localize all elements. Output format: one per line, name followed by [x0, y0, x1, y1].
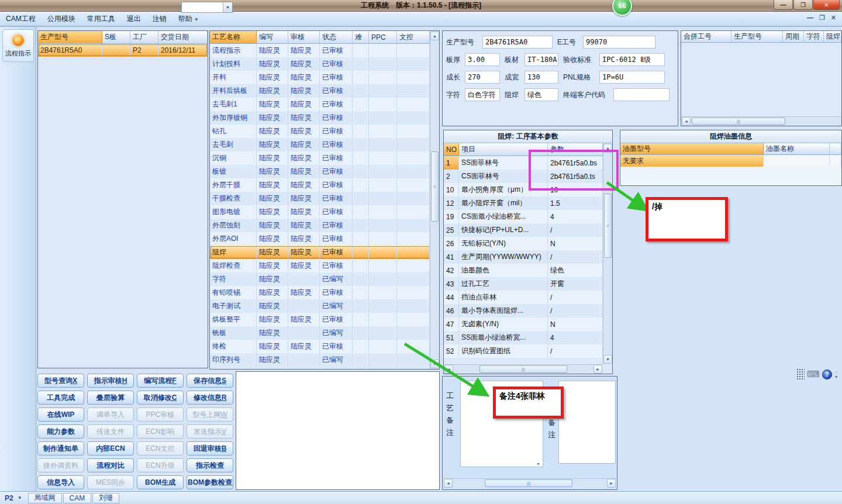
column-header[interactable]: 合拼工号	[681, 31, 731, 43]
field-value[interactable]: 270	[465, 71, 500, 84]
column-header[interactable]: 状态	[320, 31, 353, 44]
action-button-18[interactable]: 内部ECN	[87, 441, 134, 455]
action-button-27[interactable]: BOM生成	[137, 475, 184, 489]
process-table-vscrollbar[interactable]: ▲ ≡ ▼	[430, 31, 439, 369]
table-row[interactable]: 外层蚀刻陆应灵陆应灵已审核	[210, 219, 431, 232]
action-button-28[interactable]: BOM参数检查	[187, 475, 233, 489]
field-value[interactable]: IT-180A	[524, 53, 558, 66]
keyboard-icon[interactable]: ⌨	[807, 369, 820, 379]
table-row[interactable]: 终检陆应灵陆应灵已审核	[210, 340, 431, 353]
restore-button[interactable]: ❐	[793, 0, 813, 10]
table-row[interactable]: 板镀陆应灵陆应灵已审核	[210, 165, 431, 178]
field-value[interactable]: 白色字符	[465, 88, 500, 101]
table-row[interactable]: 流程指示陆应灵陆应灵已审核	[210, 44, 431, 57]
table-row[interactable]: 46最小导体表面阻焊.../	[444, 304, 603, 317]
table-row[interactable]: 41生产周期(YYWW/WWYY)/	[444, 250, 603, 264]
scroll-thumb[interactable]: ≡	[431, 151, 439, 222]
mdi-minimize-icon[interactable]: —	[807, 14, 813, 22]
close-button[interactable]: ✕	[813, 0, 840, 10]
table-row[interactable]: 阻焊陆应灵陆应灵已审核	[210, 246, 431, 259]
menu-item-2[interactable]: 公用模块	[42, 12, 81, 26]
table-row[interactable]: 47无卤素(Y/N)N	[444, 317, 603, 331]
column-header[interactable]: 阻焊	[824, 31, 841, 43]
action-button-13[interactable]: 能力参数	[37, 424, 84, 439]
column-header[interactable]: 审核	[288, 31, 320, 44]
action-button-4[interactable]: 保存信息S	[187, 374, 233, 388]
table-row[interactable]: 2B4761R5A0P22016/12/11	[38, 44, 208, 57]
help-icon[interactable]: ?	[822, 370, 832, 379]
action-button-3[interactable]: 编写流程F	[137, 374, 184, 388]
column-header[interactable]: S板	[102, 31, 130, 44]
action-button-20[interactable]: 回退审核B	[187, 441, 233, 455]
table-row[interactable]: 去毛刺陆应灵陆应灵已审核	[210, 138, 431, 151]
column-header[interactable]: 油墨名称	[764, 143, 830, 155]
table-row[interactable]: 电子测试陆应灵已编写	[210, 299, 431, 313]
column-header[interactable]: 工厂	[130, 31, 158, 44]
menu-item-4[interactable]: 退出	[121, 12, 147, 26]
toolbar-collapse-controls[interactable]: –▼	[834, 369, 838, 379]
menu-item-1[interactable]: CAM工程	[0, 12, 42, 26]
remark-textarea[interactable]	[558, 381, 616, 464]
merge-table-hscrollbar[interactable]: ◄ |||	[681, 116, 841, 126]
status-tab-3[interactable]: 刘珊	[92, 493, 119, 503]
scroll-up-button[interactable]: ▲	[430, 32, 439, 40]
scroll-thumb[interactable]: |||	[485, 479, 572, 487]
combo-dropdown-button[interactable]: ▼	[223, 2, 232, 12]
table-row[interactable]: 钻孔陆应灵陆应灵已审核	[210, 125, 431, 138]
action-button-25[interactable]: 信息导入	[37, 475, 84, 489]
column-header[interactable]: NO	[444, 143, 459, 156]
table-row[interactable]: 阻焊检查陆应灵陆应灵已审核	[210, 259, 431, 272]
table-row[interactable]: 开料陆应灵陆应灵已审核	[210, 71, 431, 84]
table-row[interactable]: 外加厚镀铜陆应灵陆应灵已审核	[210, 111, 431, 125]
column-header[interactable]: 工艺名称	[210, 31, 257, 44]
table-row[interactable]: 42油墨颜色绿色	[444, 264, 603, 277]
action-button-6[interactable]: 叠层验算	[87, 391, 134, 405]
action-button-8[interactable]: 修改信息R	[187, 391, 233, 405]
field-value[interactable]: 130	[524, 71, 558, 84]
sidebar-item-flow-indicator[interactable]: 流程指示	[2, 29, 34, 62]
mdi-restore-icon[interactable]: ❐	[819, 14, 825, 22]
field-value[interactable]: 3.00	[465, 53, 500, 66]
minimize-button[interactable]: —	[774, 0, 793, 10]
column-header[interactable]: 文控	[397, 31, 430, 44]
column-header[interactable]: 交货日期	[158, 31, 208, 44]
field-value[interactable]	[613, 88, 670, 101]
mdi-close-icon[interactable]: ✕	[831, 14, 836, 22]
scroll-right-button[interactable]: ►	[607, 479, 616, 488]
table-row[interactable]: 沉铜陆应灵陆应灵已审核	[210, 151, 431, 165]
action-button-5[interactable]: 工具完成	[37, 391, 84, 405]
menu-item-6[interactable]: 帮助▼	[172, 12, 205, 26]
table-row[interactable]: 外层干膜陆应灵陆应灵已审核	[210, 178, 431, 192]
action-button-24[interactable]: 指示检查	[187, 458, 233, 472]
table-row[interactable]: 计划投料陆应灵陆应灵已审核	[210, 57, 431, 71]
action-button-22[interactable]: 流程对比	[87, 458, 134, 472]
field-value[interactable]: 2B4761R5A0	[482, 36, 553, 49]
column-header[interactable]: 周期	[783, 31, 804, 43]
table-row[interactable]: 去毛刺1陆应灵陆应灵已审核	[210, 98, 431, 111]
action-button-2[interactable]: 指示审核H	[87, 374, 134, 388]
table-row[interactable]: 开料后烘板陆应灵陆应灵已审核	[210, 84, 431, 98]
table-row[interactable]: 印序列号陆应灵已编写	[210, 353, 431, 367]
column-header[interactable]: PPC	[369, 31, 397, 44]
remarks-hscrollbar[interactable]: ◄ ||| ►	[443, 478, 616, 488]
table-row[interactable]: 12最小阻焊开窗（mil）1.5	[444, 196, 603, 210]
table-row[interactable]: 字符陆应灵已编写	[210, 272, 431, 286]
scroll-right-button[interactable]: ►	[593, 365, 602, 374]
scroll-left-button[interactable]: ◄	[444, 479, 453, 488]
drag-handle-icon[interactable]	[796, 368, 805, 380]
field-value[interactable]: 1P=6U	[599, 71, 665, 84]
status-tab-1[interactable]: 局域网	[28, 493, 62, 503]
table-row[interactable]: 26无铅标记(Y/N)N	[444, 237, 603, 250]
table-row[interactable]: 铣板陆应灵已编写	[210, 326, 431, 340]
action-button-9[interactable]: 在线WIP	[37, 408, 84, 422]
status-tab-2[interactable]: CAM	[63, 493, 92, 503]
scroll-thumb[interactable]: |||	[692, 118, 785, 125]
chevron-down-icon[interactable]: ▼	[18, 495, 22, 500]
table-row[interactable]: 图形电镀陆应灵陆应灵已审核	[210, 205, 431, 219]
column-header[interactable]: 生产型号	[38, 31, 102, 44]
table-row[interactable]: 干膜检查陆应灵陆应灵已审核	[210, 192, 431, 205]
field-value[interactable]: IPC-6012 Ⅱ级	[599, 53, 665, 66]
column-header[interactable]: 难	[353, 31, 369, 44]
field-value[interactable]: 绿色	[524, 88, 558, 101]
table-row[interactable]: 烘板整平陆应灵陆应灵已审核	[210, 313, 431, 326]
